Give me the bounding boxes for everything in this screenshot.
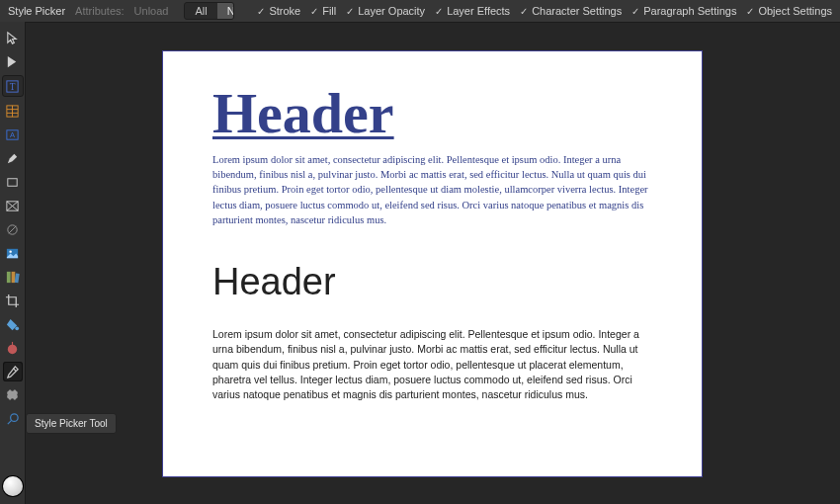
svg-rect-16 xyxy=(7,271,11,282)
ellipse-tool-icon[interactable] xyxy=(3,219,23,239)
none-button[interactable]: None xyxy=(217,3,234,19)
svg-line-22 xyxy=(13,368,16,371)
move-tool-icon[interactable] xyxy=(3,28,23,47)
table-tool-icon[interactable] xyxy=(3,101,23,121)
node-tool-icon[interactable] xyxy=(3,51,23,71)
check-stroke[interactable]: Stroke xyxy=(257,5,300,17)
svg-rect-8 xyxy=(8,178,17,186)
page[interactable]: Header Lorem ipsum dolor sit amet, conse… xyxy=(163,51,702,476)
all-button[interactable]: All xyxy=(185,3,216,19)
check-paragraph-settings[interactable]: Paragraph Settings xyxy=(631,5,736,17)
style-picker-tool-icon[interactable] xyxy=(3,362,23,381)
options-bar: Style Picker Attributes: Unload All None… xyxy=(0,0,840,23)
rectangle-tool-icon[interactable] xyxy=(3,172,23,192)
fill-tool-icon[interactable] xyxy=(3,314,23,334)
crop-tool-icon[interactable] xyxy=(3,291,23,310)
svg-text:A: A xyxy=(10,130,15,139)
artistic-text-tool-icon[interactable]: T xyxy=(2,75,24,97)
plain-body[interactable]: Lorem ipsum dolor sit amet, consectetur … xyxy=(212,327,652,402)
frame-text-tool-icon[interactable]: A xyxy=(3,125,23,144)
canvas-viewport[interactable]: Header Lorem ipsum dolor sit amet, conse… xyxy=(25,22,840,504)
check-object-settings[interactable]: Object Settings xyxy=(746,5,832,17)
svg-point-19 xyxy=(15,326,19,330)
check-character-settings[interactable]: Character Settings xyxy=(520,5,622,17)
unload-button[interactable]: Unload xyxy=(134,5,169,17)
svg-line-13 xyxy=(9,225,17,233)
view-tool-icon[interactable] xyxy=(3,385,23,405)
check-layer-opacity[interactable]: Layer Opacity xyxy=(346,5,425,17)
stock-tool-icon[interactable] xyxy=(3,267,23,287)
svg-rect-17 xyxy=(12,271,16,282)
svg-point-20 xyxy=(8,344,17,353)
zoom-tool-icon[interactable] xyxy=(3,409,23,429)
tooltip: Style Picker Tool xyxy=(26,413,117,434)
tool-label: Style Picker xyxy=(8,5,65,17)
check-fill[interactable]: Fill xyxy=(310,5,336,17)
styled-header[interactable]: Header xyxy=(212,85,652,142)
plain-header[interactable]: Header xyxy=(212,261,652,303)
page-content: Header Lorem ipsum dolor sit amet, conse… xyxy=(163,51,702,422)
svg-point-23 xyxy=(11,413,19,421)
tool-strip: T A xyxy=(0,22,26,504)
pen-tool-icon[interactable] xyxy=(3,148,23,168)
all-none-segment: All None xyxy=(184,2,233,20)
svg-text:T: T xyxy=(10,82,16,92)
attributes-label: Attributes: xyxy=(75,5,125,17)
picture-frame-tool-icon[interactable] xyxy=(3,196,23,215)
place-image-tool-icon[interactable] xyxy=(3,243,23,263)
svg-line-24 xyxy=(8,420,12,424)
transparency-tool-icon[interactable] xyxy=(3,338,23,358)
styled-body[interactable]: Lorem ipsum dolor sit amet, consectetur … xyxy=(212,152,652,227)
svg-rect-21 xyxy=(12,341,13,345)
svg-rect-18 xyxy=(15,273,20,283)
color-swatch[interactable] xyxy=(3,476,23,496)
svg-point-15 xyxy=(9,250,11,252)
check-layer-effects[interactable]: Layer Effects xyxy=(435,5,510,17)
